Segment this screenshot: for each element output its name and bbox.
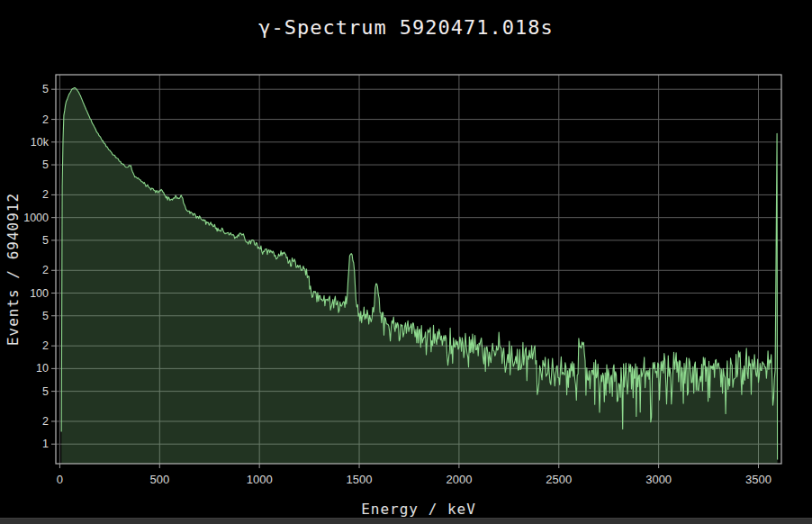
y-tick-label: 5 (42, 234, 49, 247)
y-tick-label: 10 (36, 362, 49, 375)
plot-canvas[interactable] (56, 75, 781, 464)
spectrum-chart: 0500100015002000250030003500125102510025… (0, 0, 812, 524)
y-axis-title: Events / 6940912 (5, 193, 22, 346)
x-tick-label: 1000 (247, 473, 273, 486)
x-tick-label: 2000 (446, 473, 472, 486)
y-tick-label: 2 (42, 113, 49, 126)
y-tick-label: 100 (30, 287, 49, 300)
y-tick-label: 2 (42, 339, 49, 352)
y-tick-label: 2 (42, 415, 49, 428)
y-tick-label: 5 (42, 83, 49, 95)
y-tick-label: 1 (42, 438, 49, 450)
window-bottom-edge (0, 518, 812, 524)
gamma-spectrum-window: γ-Spectrum 5920471.018s 0500100015002000… (0, 0, 812, 524)
x-tick-label: 1500 (347, 473, 373, 486)
y-tick-label: 5 (42, 158, 49, 171)
x-tick-label: 2500 (546, 473, 572, 486)
x-tick-label: 3000 (645, 473, 672, 486)
x-tick-label: 0 (57, 473, 63, 486)
y-tick-label: 2 (42, 188, 49, 201)
y-tick-label: 5 (42, 385, 49, 398)
y-tick-label: 5 (42, 310, 49, 322)
x-tick-label: 500 (149, 473, 169, 486)
x-tick-label: 3500 (745, 473, 771, 486)
y-tick-label: 2 (42, 264, 49, 276)
y-tick-label: 10k (31, 136, 50, 149)
y-tick-label: 1000 (23, 212, 49, 224)
x-axis-title: Energy / keV (56, 501, 781, 518)
